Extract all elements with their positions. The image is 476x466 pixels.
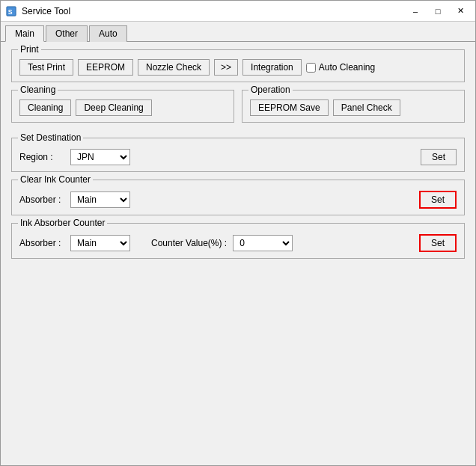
cleaning-button[interactable]: Cleaning: [19, 99, 71, 116]
set-destination-button[interactable]: Set: [421, 149, 457, 165]
tab-bar: Main Other Auto: [1, 22, 475, 42]
clear-ink-counter-title: Clear Ink Counter: [18, 174, 93, 185]
maximize-button[interactable]: □: [427, 4, 448, 19]
main-window: S Service Tool – □ ✕ Main Other Auto Pri…: [0, 0, 476, 466]
test-print-button[interactable]: Test Print: [19, 59, 73, 76]
region-select[interactable]: JPN USA EUR: [70, 149, 130, 165]
counter-value-label: Counter Value(%) :: [151, 238, 227, 248]
tab-auto[interactable]: Auto: [89, 25, 127, 42]
title-bar: S Service Tool – □ ✕: [1, 1, 475, 22]
set-destination-section: Set Destination Region : JPN USA EUR Set: [11, 138, 465, 172]
ink-absorber-counter-title: Ink Absorber Counter: [18, 218, 107, 228]
svg-text:S: S: [8, 7, 13, 15]
minimize-button[interactable]: –: [405, 4, 426, 19]
clear-absorber-select[interactable]: Main Sub: [70, 191, 130, 208]
tab-main[interactable]: Main: [5, 25, 44, 42]
window-controls: – □ ✕: [405, 4, 471, 19]
eeprom-button[interactable]: EEPROM: [78, 59, 133, 76]
panel-check-button[interactable]: Panel Check: [333, 99, 400, 116]
ink-absorber-label: Absorber :: [19, 238, 64, 248]
cleaning-section-title: Cleaning: [18, 85, 58, 95]
clear-ink-set-button[interactable]: Set: [419, 191, 457, 209]
cleaning-section: Cleaning Cleaning Deep Cleaning: [11, 90, 234, 123]
app-icon: S: [5, 5, 17, 17]
print-section: Print Test Print EEPROM Nozzle Check >> …: [11, 49, 465, 82]
auto-cleaning-label: Auto Cleaning: [319, 62, 375, 73]
close-button[interactable]: ✕: [450, 4, 471, 19]
eeprom-save-button[interactable]: EEPROM Save: [250, 99, 329, 116]
auto-cleaning-checkbox-label[interactable]: Auto Cleaning: [306, 62, 375, 73]
tab-other[interactable]: Other: [46, 25, 88, 42]
clear-absorber-label: Absorber :: [19, 194, 64, 205]
auto-cleaning-checkbox[interactable]: [306, 63, 316, 73]
operation-section-title: Operation: [248, 85, 293, 95]
ink-absorber-select[interactable]: Main Sub: [70, 235, 130, 251]
nozzle-check-button[interactable]: Nozzle Check: [138, 59, 210, 76]
integration-button[interactable]: Integration: [242, 59, 302, 76]
operation-section: Operation EEPROM Save Panel Check: [242, 90, 465, 123]
main-content: Print Test Print EEPROM Nozzle Check >> …: [1, 42, 475, 465]
clear-ink-counter-section: Clear Ink Counter Absorber : Main Sub Se…: [11, 180, 465, 215]
deep-cleaning-button[interactable]: Deep Cleaning: [76, 99, 151, 116]
set-destination-title: Set Destination: [18, 132, 83, 143]
region-label: Region :: [19, 152, 64, 162]
window-title: Service Tool: [22, 6, 405, 16]
ink-absorber-set-button[interactable]: Set: [419, 234, 457, 252]
ink-absorber-counter-section: Ink Absorber Counter Absorber : Main Sub…: [11, 223, 465, 259]
arrow-button[interactable]: >>: [214, 59, 238, 76]
counter-value-select[interactable]: 0 10 20 50 100: [233, 235, 293, 251]
print-section-title: Print: [18, 44, 41, 55]
